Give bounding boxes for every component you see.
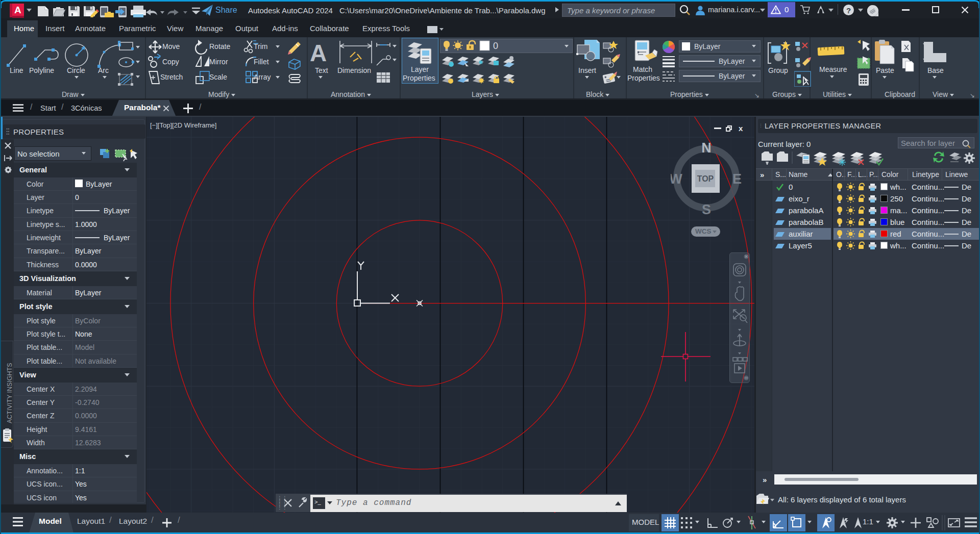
svg-text:W: W — [671, 171, 682, 187]
svg-text:N: N — [701, 140, 712, 156]
svg-text:E: E — [732, 171, 742, 187]
svg-text:S: S — [702, 202, 711, 217]
svg-text:TOP: TOP — [697, 174, 714, 183]
